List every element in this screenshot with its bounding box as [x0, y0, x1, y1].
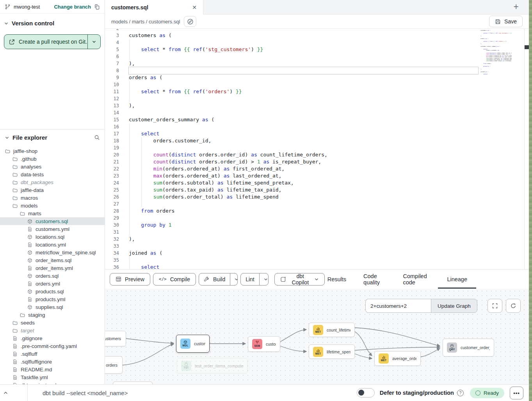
code-line[interactable]: 30 group by 1 [105, 222, 529, 229]
line-content[interactable] [129, 95, 478, 102]
file-tree-item[interactable]: products.sql [0, 287, 105, 295]
file-tree-item[interactable]: README.md [0, 366, 105, 373]
line-content[interactable]: select [129, 130, 478, 137]
line-content[interactable] [129, 67, 478, 74]
lineage-node-customers[interactable]: MDLcustomers [176, 335, 210, 353]
line-content[interactable]: sum(orders.subtotal) as lifetime_spend_p… [129, 179, 478, 186]
line-content[interactable]: count(distinct orders.order_id) as count… [129, 151, 478, 158]
help-icon[interactable]: ? [457, 390, 464, 396]
code-line[interactable]: 15customer_orders_summary as ( [105, 116, 529, 123]
lineage-selector-input[interactable] [365, 299, 431, 313]
file-tree-item[interactable]: macros [0, 194, 105, 202]
line-content[interactable]: ), [129, 236, 478, 243]
close-tab-icon[interactable]: ✕ [192, 4, 197, 11]
file-tree-item[interactable]: .github [0, 155, 105, 163]
file-tree-item[interactable]: marts [0, 209, 105, 217]
line-content[interactable] [129, 229, 478, 236]
lineage-node-customer_order_metrics[interactable]: QRYcustomer_order_metrics [443, 339, 494, 357]
code-line[interactable]: 29 [105, 215, 529, 222]
scrollbar-handle[interactable] [525, 45, 529, 49]
file-tree-item[interactable]: locations.sql [0, 233, 105, 241]
lineage-node-orders[interactable]: orders [105, 356, 123, 374]
new-tab-button[interactable]: + [511, 1, 521, 12]
code-line[interactable]: 33 [105, 243, 529, 250]
line-content[interactable]: max(orders.ordered_at) as last_ordered_a… [129, 172, 478, 179]
file-tree-item[interactable]: .pre-commit-config.yaml [0, 342, 105, 350]
line-content[interactable] [129, 29, 478, 32]
code-line[interactable]: 9orders as ( [105, 74, 529, 81]
editor-scrollbar[interactable] [524, 29, 529, 269]
copilot-compass-button[interactable] [184, 16, 196, 27]
create-pr-dropdown-button[interactable] [88, 35, 100, 49]
refresh-button[interactable] [506, 299, 521, 313]
line-content[interactable] [129, 200, 478, 208]
file-tree-item[interactable]: .sqlfluffignore [0, 358, 105, 366]
build-button[interactable]: Build [199, 273, 230, 285]
change-branch-link[interactable]: Change branch [54, 4, 91, 10]
code-line[interactable]: 18 orders.customer_id, [105, 137, 529, 144]
file-tree-item[interactable]: dbt_packages [0, 178, 105, 186]
file-tree-item[interactable]: customers.yml [0, 225, 105, 233]
line-content[interactable] [129, 243, 478, 250]
line-content[interactable]: count(distinct orders.order_id) > 1 as i… [129, 158, 478, 165]
line-content[interactable]: select * from {{ ref('orders') }} [129, 88, 478, 95]
dbt-command-input[interactable] [28, 389, 357, 397]
line-content[interactable] [129, 123, 478, 130]
line-content[interactable] [129, 53, 478, 60]
code-line[interactable]: 5 select * from {{ ref('stg_customers') … [105, 46, 529, 53]
file-tree-item[interactable]: orders.sql [0, 272, 105, 280]
file-tree-item[interactable]: products.yml [0, 295, 105, 303]
code-line[interactable]: 34joined as ( [105, 250, 529, 257]
file-tree-item[interactable]: models [0, 202, 105, 209]
file-tree-item[interactable]: seeds [0, 319, 105, 326]
fullscreen-button[interactable] [488, 299, 502, 313]
line-content[interactable] [129, 215, 478, 222]
file-tree-item[interactable]: supplies.sql [0, 303, 105, 311]
copy-icon[interactable] [94, 4, 100, 10]
lineage-node-test_order_items_compute_to_bools-[interactable]: TSTtest_order_items_compute_to_bools... [177, 358, 247, 373]
line-content[interactable]: ), [129, 60, 478, 67]
file-tree-item[interactable]: .sqlfluff [0, 350, 105, 358]
code-line[interactable]: 32), [105, 236, 529, 243]
line-content[interactable]: joined as ( [129, 250, 478, 257]
file-tree-item[interactable]: customers.sql [0, 217, 105, 225]
tab-customers-sql[interactable]: customers.sql ✕ [105, 0, 203, 14]
line-content[interactable]: orders.customer_id, [129, 137, 478, 144]
line-content[interactable]: sum(orders.tax_paid) as lifetime_tax_pai… [129, 186, 478, 193]
search-icon[interactable] [94, 135, 100, 140]
file-tree-item[interactable]: analyses [0, 163, 105, 170]
lineage-node-lifetime_spend_pretax[interactable]: METlifetime_spend_pretax [309, 344, 355, 359]
code-line[interactable]: 28 from orders [105, 208, 529, 215]
line-content[interactable] [129, 109, 478, 116]
code-line[interactable]: 13), [105, 102, 529, 109]
code-line[interactable]: 14 [105, 109, 529, 116]
file-tree-item[interactable]: metricflow_time_spine.sql [0, 248, 105, 256]
code-line[interactable]: 4 [105, 39, 529, 46]
lineage-node[interactable] [113, 381, 153, 384]
code-line[interactable]: 7), [105, 60, 529, 67]
lint-button[interactable]: Lint [241, 273, 260, 285]
tab-code-quality[interactable]: Code quality [363, 270, 386, 289]
status-badge[interactable]: Ready [470, 388, 504, 398]
lineage-node-count_lifetime_orders[interactable]: METcount_lifetime_orders [309, 323, 355, 337]
line-content[interactable]: from orders [129, 208, 478, 215]
line-content[interactable]: sum(orders.order_total) as lifetime_spen… [129, 193, 478, 200]
line-content[interactable]: group by 1 [129, 222, 478, 229]
file-tree-item[interactable]: data-tests [0, 170, 105, 178]
defer-toggle[interactable] [357, 388, 375, 397]
code-line[interactable]: 21 count(distinct orders.order_id) > 1 a… [105, 158, 529, 165]
file-tree-item[interactable]: target [0, 326, 105, 334]
collapse-panel-button[interactable] [0, 385, 27, 401]
code-line[interactable]: 25 sum(orders.tax_paid) as lifetime_tax_… [105, 186, 529, 193]
save-button[interactable]: Save [489, 16, 523, 27]
code-line[interactable]: 23 max(orders.ordered_at) as last_ordere… [105, 172, 529, 179]
preview-button[interactable]: Preview [110, 273, 150, 286]
build-dropdown-button[interactable] [230, 273, 238, 285]
update-graph-button[interactable]: Update Graph [431, 299, 477, 313]
line-content[interactable]: orders as ( [129, 74, 478, 81]
line-content[interactable] [129, 257, 478, 264]
compile-button[interactable]: </> Compile [153, 273, 196, 286]
code-line[interactable]: 20 count(distinct orders.order_id) as co… [105, 151, 529, 158]
code-line[interactable]: 35 [105, 257, 529, 264]
line-content[interactable] [129, 39, 478, 46]
